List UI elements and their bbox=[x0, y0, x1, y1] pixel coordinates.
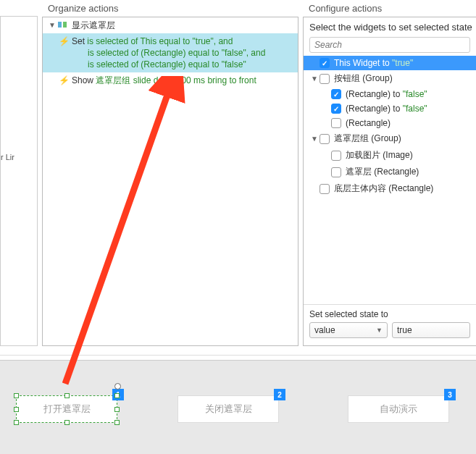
widget-label: (Rectangle) to "false" bbox=[346, 104, 427, 114]
chevron-down-icon: ▼ bbox=[376, 327, 383, 334]
panel-divider[interactable] bbox=[0, 355, 476, 361]
button-label: 打开遮罩层 bbox=[43, 403, 91, 416]
organize-actions-panel: Organize actions ▼ 显示遮罩层 ⚡ Set is select… bbox=[42, 0, 303, 353]
widget-row-this-widget[interactable]: This Widget to "true" bbox=[304, 56, 476, 70]
disclosure-triangle-icon[interactable]: ▼ bbox=[47, 20, 57, 31]
index-badge: 2 bbox=[274, 389, 285, 400]
widget-label: 加载图片 (Image) bbox=[346, 149, 413, 161]
widget-label: 遮罩层组 (Group) bbox=[334, 133, 401, 145]
index-badge: 3 bbox=[444, 389, 456, 400]
checkbox-icon[interactable] bbox=[331, 104, 341, 114]
canvas-button-auto-demo[interactable]: 自动演示 3 bbox=[348, 395, 449, 423]
widget-row-mask-rect[interactable]: 遮罩层 (Rectangle) bbox=[304, 164, 476, 180]
widget-row-rectangle-3[interactable]: (Rectangle) bbox=[304, 116, 476, 130]
checkbox-icon[interactable] bbox=[331, 167, 341, 177]
widget-label: 底层主体内容 (Rectangle) bbox=[334, 182, 433, 195]
rotation-handle-icon[interactable] bbox=[114, 383, 121, 390]
action-show-text: Show 遮罩层组 slide down 500 ms bring to fro… bbox=[72, 75, 293, 86]
configure-title: Configure actions bbox=[303, 0, 476, 17]
widget-label: (Rectangle) to "false" bbox=[346, 89, 427, 99]
svg-rect-0 bbox=[58, 22, 62, 28]
widget-row-bottom-content[interactable]: 底层主体内容 (Rectangle) bbox=[304, 180, 476, 197]
dropdown-value: true bbox=[397, 325, 412, 335]
configure-body: Select the widgets to set selected state… bbox=[303, 17, 476, 346]
canvas-button-open-mask[interactable]: 打开遮罩层 1 bbox=[16, 395, 117, 423]
button-label: 自动演示 bbox=[380, 403, 417, 416]
search-input[interactable] bbox=[309, 37, 470, 53]
left-panel-sliver: r Lir bbox=[0, 16, 38, 346]
canvas-button-close-mask[interactable]: 关闭遮罩层 2 bbox=[178, 395, 279, 423]
lightning-icon: ⚡ bbox=[59, 35, 70, 47]
widget-label: This Widget to "true" bbox=[334, 58, 413, 68]
action-row-show[interactable]: ⚡ Show 遮罩层组 slide down 500 ms bring to f… bbox=[43, 72, 298, 88]
case-label: 显示遮罩层 bbox=[72, 20, 293, 31]
widget-row-rectangle-2[interactable]: (Rectangle) to "false" bbox=[304, 101, 476, 116]
action-set-text: Set is selected of This equal to "true",… bbox=[72, 35, 293, 70]
widget-row-load-image[interactable]: 加载图片 (Image) bbox=[304, 147, 476, 164]
widget-row-button-group[interactable]: ▼ 按钮组 (Group) bbox=[304, 70, 476, 87]
case-row[interactable]: ▼ 显示遮罩层 bbox=[43, 17, 298, 33]
case-icon bbox=[57, 20, 69, 30]
organize-body[interactable]: ▼ 显示遮罩层 ⚡ Set is selected of This equal … bbox=[42, 17, 298, 346]
search-box bbox=[309, 37, 470, 53]
state-label: Set selected state to bbox=[309, 309, 470, 319]
checkbox-icon[interactable] bbox=[331, 89, 341, 99]
checkbox-icon[interactable] bbox=[320, 134, 330, 144]
checkbox-icon[interactable] bbox=[320, 184, 330, 194]
left-sliver-text: r Lir bbox=[1, 153, 14, 161]
widget-row-mask-group[interactable]: ▼ 遮罩层组 (Group) bbox=[304, 130, 476, 147]
disclosure-triangle-icon[interactable]: ▼ bbox=[309, 135, 320, 143]
widget-row-rectangle-1[interactable]: (Rectangle) to "false" bbox=[304, 87, 476, 101]
lightning-icon: ⚡ bbox=[59, 75, 70, 86]
state-value-dropdown[interactable]: value ▼ bbox=[309, 322, 388, 338]
widget-label: 按钮组 (Group) bbox=[334, 72, 393, 85]
action-row-set[interactable]: ⚡ Set is selected of This equal to "true… bbox=[43, 33, 298, 72]
state-true-dropdown[interactable]: true bbox=[392, 322, 470, 338]
organize-title: Organize actions bbox=[42, 0, 303, 17]
checkbox-icon[interactable] bbox=[331, 151, 341, 161]
checkbox-icon[interactable] bbox=[320, 58, 330, 68]
checkbox-icon[interactable] bbox=[331, 118, 341, 128]
canvas-area[interactable]: 打开遮罩层 1 关闭遮罩层 2 自动演示 3 bbox=[0, 361, 476, 454]
state-section: Set selected state to value ▼ true bbox=[304, 304, 476, 345]
button-label: 关闭遮罩层 bbox=[205, 403, 252, 416]
svg-rect-1 bbox=[63, 22, 67, 28]
widget-label: (Rectangle) bbox=[346, 118, 391, 128]
configure-actions-panel: Configure actions Select the widgets to … bbox=[303, 0, 476, 353]
widget-label: 遮罩层 (Rectangle) bbox=[346, 166, 419, 178]
checkbox-icon[interactable] bbox=[320, 74, 330, 84]
configure-header: Select the widgets to set selected state bbox=[304, 17, 476, 35]
widget-tree[interactable]: This Widget to "true" ▼ 按钮组 (Group) (Rec… bbox=[304, 56, 476, 304]
disclosure-triangle-icon[interactable]: ▼ bbox=[309, 75, 320, 83]
dropdown-value: value bbox=[314, 325, 335, 335]
